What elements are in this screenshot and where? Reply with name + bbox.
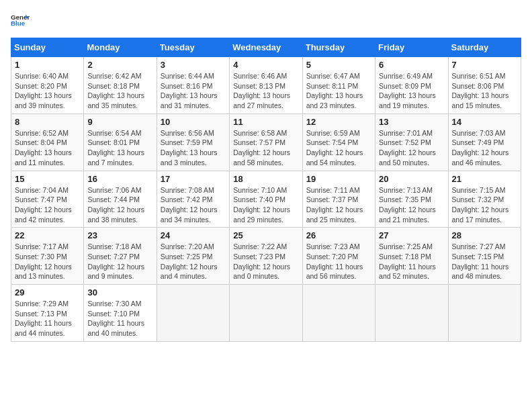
day-number: 2 xyxy=(87,60,152,70)
day-info: Sunrise: 7:06 AMSunset: 7:44 PMDaylight:… xyxy=(87,185,152,225)
calendar-day-cell: 1 Sunrise: 6:40 AMSunset: 8:20 PMDayligh… xyxy=(11,57,84,114)
calendar-day-cell: 22 Sunrise: 7:17 AMSunset: 7:30 PMDaylig… xyxy=(11,228,84,285)
day-number: 18 xyxy=(233,174,298,184)
day-info: Sunrise: 7:29 AMSunset: 7:13 PMDaylight:… xyxy=(15,299,80,338)
day-info: Sunrise: 6:51 AMSunset: 8:06 PMDaylight:… xyxy=(452,71,517,111)
day-info: Sunrise: 6:46 AMSunset: 8:13 PMDaylight:… xyxy=(233,71,298,111)
calendar-header-row: SundayMondayTuesdayWednesdayThursdayFrid… xyxy=(11,38,521,57)
day-info: Sunrise: 7:15 AMSunset: 7:32 PMDaylight:… xyxy=(452,185,517,225)
day-info: Sunrise: 6:44 AMSunset: 8:16 PMDaylight:… xyxy=(161,71,226,111)
day-number: 27 xyxy=(379,230,444,240)
day-number: 9 xyxy=(87,117,152,127)
calendar-day-cell: 8 Sunrise: 6:52 AMSunset: 8:04 PMDayligh… xyxy=(11,113,84,171)
day-info: Sunrise: 6:52 AMSunset: 8:04 PMDaylight:… xyxy=(15,128,80,168)
calendar-day-cell: 7 Sunrise: 6:51 AMSunset: 8:06 PMDayligh… xyxy=(448,57,521,114)
day-info: Sunrise: 6:49 AMSunset: 8:09 PMDaylight:… xyxy=(379,71,444,111)
calendar-week-row: 15 Sunrise: 7:04 AMSunset: 7:47 PMDaylig… xyxy=(11,171,521,228)
calendar-weekday-header: Thursday xyxy=(302,38,375,57)
day-info: Sunrise: 7:13 AMSunset: 7:35 PMDaylight:… xyxy=(379,185,444,225)
day-info: Sunrise: 7:22 AMSunset: 7:23 PMDaylight:… xyxy=(233,242,298,281)
day-number: 28 xyxy=(452,230,517,240)
calendar-day-cell: 9 Sunrise: 6:54 AMSunset: 8:01 PMDayligh… xyxy=(84,113,157,171)
calendar-day-cell: 15 Sunrise: 7:04 AMSunset: 7:47 PMDaylig… xyxy=(11,171,84,228)
calendar-weekday-header: Monday xyxy=(84,38,157,57)
day-number: 29 xyxy=(15,287,80,298)
day-number: 25 xyxy=(233,230,298,240)
calendar-day-cell xyxy=(302,285,375,342)
calendar-week-row: 29 Sunrise: 7:29 AMSunset: 7:13 PMDaylig… xyxy=(11,285,521,342)
day-number: 12 xyxy=(306,117,371,127)
calendar-day-cell: 2 Sunrise: 6:42 AMSunset: 8:18 PMDayligh… xyxy=(84,57,157,114)
calendar-day-cell: 3 Sunrise: 6:44 AMSunset: 8:16 PMDayligh… xyxy=(157,57,229,114)
day-number: 7 xyxy=(452,60,517,70)
day-info: Sunrise: 7:30 AMSunset: 7:10 PMDaylight:… xyxy=(87,299,152,338)
calendar-day-cell: 13 Sunrise: 7:01 AMSunset: 7:52 PMDaylig… xyxy=(375,113,448,171)
day-info: Sunrise: 6:58 AMSunset: 7:57 PMDaylight:… xyxy=(233,128,298,168)
page-header: General Blue xyxy=(11,11,521,30)
calendar-day-cell: 21 Sunrise: 7:15 AMSunset: 7:32 PMDaylig… xyxy=(448,171,521,228)
day-number: 21 xyxy=(452,174,517,184)
day-number: 23 xyxy=(87,230,152,240)
calendar-day-cell: 27 Sunrise: 7:25 AMSunset: 7:18 PMDaylig… xyxy=(375,228,448,285)
calendar-day-cell: 29 Sunrise: 7:29 AMSunset: 7:13 PMDaylig… xyxy=(11,285,84,342)
day-number: 24 xyxy=(161,230,226,240)
calendar-day-cell xyxy=(230,285,302,342)
day-number: 3 xyxy=(161,60,226,70)
calendar-day-cell: 14 Sunrise: 7:03 AMSunset: 7:49 PMDaylig… xyxy=(448,113,521,171)
day-number: 16 xyxy=(87,174,152,184)
calendar-day-cell: 12 Sunrise: 6:59 AMSunset: 7:54 PMDaylig… xyxy=(302,113,375,171)
calendar-day-cell: 25 Sunrise: 7:22 AMSunset: 7:23 PMDaylig… xyxy=(230,228,302,285)
calendar-day-cell: 10 Sunrise: 6:56 AMSunset: 7:59 PMDaylig… xyxy=(157,113,229,171)
day-number: 1 xyxy=(15,60,80,70)
day-number: 20 xyxy=(379,174,444,184)
day-info: Sunrise: 7:23 AMSunset: 7:20 PMDaylight:… xyxy=(306,242,371,281)
day-number: 17 xyxy=(161,174,226,184)
calendar-week-row: 1 Sunrise: 6:40 AMSunset: 8:20 PMDayligh… xyxy=(11,57,521,114)
calendar-weekday-header: Saturday xyxy=(448,38,521,57)
day-info: Sunrise: 7:10 AMSunset: 7:40 PMDaylight:… xyxy=(233,185,298,225)
calendar-day-cell xyxy=(375,285,448,342)
day-number: 15 xyxy=(15,174,80,184)
day-info: Sunrise: 6:40 AMSunset: 8:20 PMDaylight:… xyxy=(15,71,80,111)
day-info: Sunrise: 7:03 AMSunset: 7:49 PMDaylight:… xyxy=(452,128,517,168)
calendar-day-cell xyxy=(157,285,229,342)
day-number: 4 xyxy=(233,60,298,70)
day-number: 13 xyxy=(379,117,444,127)
calendar-day-cell: 19 Sunrise: 7:11 AMSunset: 7:37 PMDaylig… xyxy=(302,171,375,228)
day-number: 6 xyxy=(379,60,444,70)
calendar-day-cell: 23 Sunrise: 7:18 AMSunset: 7:27 PMDaylig… xyxy=(84,228,157,285)
logo: General Blue xyxy=(11,11,30,30)
day-info: Sunrise: 6:42 AMSunset: 8:18 PMDaylight:… xyxy=(87,71,152,111)
calendar-day-cell: 11 Sunrise: 6:58 AMSunset: 7:57 PMDaylig… xyxy=(230,113,302,171)
calendar-day-cell: 30 Sunrise: 7:30 AMSunset: 7:10 PMDaylig… xyxy=(84,285,157,342)
calendar-day-cell: 6 Sunrise: 6:49 AMSunset: 8:09 PMDayligh… xyxy=(375,57,448,114)
calendar-day-cell: 16 Sunrise: 7:06 AMSunset: 7:44 PMDaylig… xyxy=(84,171,157,228)
calendar-week-row: 22 Sunrise: 7:17 AMSunset: 7:30 PMDaylig… xyxy=(11,228,521,285)
day-info: Sunrise: 7:18 AMSunset: 7:27 PMDaylight:… xyxy=(87,242,152,281)
day-info: Sunrise: 7:01 AMSunset: 7:52 PMDaylight:… xyxy=(379,128,444,168)
day-info: Sunrise: 7:17 AMSunset: 7:30 PMDaylight:… xyxy=(15,242,80,281)
day-info: Sunrise: 7:11 AMSunset: 7:37 PMDaylight:… xyxy=(306,185,371,225)
day-number: 14 xyxy=(452,117,517,127)
calendar-day-cell: 20 Sunrise: 7:13 AMSunset: 7:35 PMDaylig… xyxy=(375,171,448,228)
calendar-weekday-header: Friday xyxy=(375,38,448,57)
day-info: Sunrise: 6:47 AMSunset: 8:11 PMDaylight:… xyxy=(306,71,371,111)
calendar-weekday-header: Tuesday xyxy=(157,38,229,57)
calendar-day-cell: 17 Sunrise: 7:08 AMSunset: 7:42 PMDaylig… xyxy=(157,171,229,228)
day-number: 5 xyxy=(306,60,371,70)
day-info: Sunrise: 7:08 AMSunset: 7:42 PMDaylight:… xyxy=(161,185,226,225)
day-info: Sunrise: 6:54 AMSunset: 8:01 PMDaylight:… xyxy=(87,128,152,168)
day-info: Sunrise: 7:27 AMSunset: 7:15 PMDaylight:… xyxy=(452,242,517,281)
day-number: 30 xyxy=(87,287,152,298)
calendar-day-cell: 26 Sunrise: 7:23 AMSunset: 7:20 PMDaylig… xyxy=(302,228,375,285)
calendar-day-cell xyxy=(448,285,521,342)
logo-icon: General Blue xyxy=(11,11,30,30)
day-info: Sunrise: 6:59 AMSunset: 7:54 PMDaylight:… xyxy=(306,128,371,168)
svg-text:Blue: Blue xyxy=(11,19,26,27)
day-number: 11 xyxy=(233,117,298,127)
calendar-day-cell: 5 Sunrise: 6:47 AMSunset: 8:11 PMDayligh… xyxy=(302,57,375,114)
day-number: 22 xyxy=(15,230,80,240)
day-number: 8 xyxy=(15,117,80,127)
calendar-weekday-header: Wednesday xyxy=(230,38,302,57)
day-number: 10 xyxy=(161,117,226,127)
